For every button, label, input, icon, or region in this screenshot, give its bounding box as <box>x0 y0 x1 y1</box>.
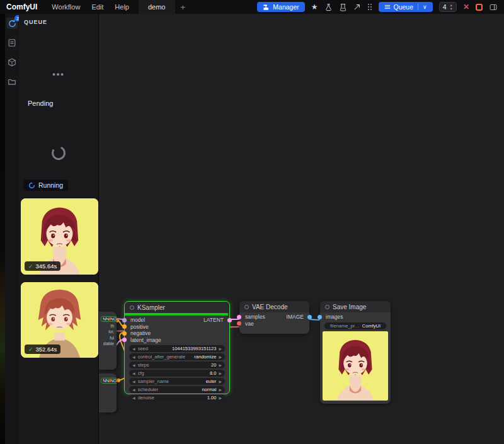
chevron-down-icon[interactable]: ∨ <box>423 4 427 10</box>
vae-input-dot[interactable] <box>237 321 241 326</box>
node-title: Save Image <box>333 304 366 310</box>
decrement-icon[interactable]: ◀ <box>132 363 135 367</box>
slot-row-vae: vae <box>239 321 309 327</box>
increment-icon[interactable]: ▶ <box>219 346 222 351</box>
images-input-dot[interactable] <box>318 315 322 319</box>
topbar-actions: Manager ★ Queue ∨ 4 ▲ ▼ ✕ <box>257 2 504 12</box>
queue-button-label: Queue <box>394 3 414 11</box>
queue-button[interactable]: Queue ∨ <box>379 2 433 12</box>
slot-row-positive: positive <box>125 324 229 331</box>
workflows-icon <box>8 38 16 47</box>
sidebar-item-queue[interactable]: 2 <box>6 18 18 29</box>
puzzle-icon <box>263 4 270 11</box>
increment-icon[interactable]: ▶ <box>219 396 222 400</box>
menu-workflow[interactable]: Workflow <box>46 3 86 11</box>
new-workflow-button[interactable]: + <box>175 3 192 12</box>
image-output-dot[interactable] <box>307 315 312 319</box>
sidebar-item-workflows[interactable] <box>6 37 18 48</box>
step-down-icon[interactable]: ▼ <box>449 7 452 11</box>
widget-sampler-name[interactable]: ◀ sampler_name euler ▶ <box>129 378 225 385</box>
increment-icon[interactable]: ▶ <box>219 363 222 367</box>
increment-icon[interactable]: ▶ <box>219 379 222 384</box>
manager-button[interactable]: Manager <box>257 2 304 12</box>
workflow-tab-demo[interactable]: demo <box>139 0 175 14</box>
positive-input-dot[interactable] <box>122 324 127 329</box>
node-vae-decode[interactable]: VAE Decode samples IMAGE vae <box>239 301 309 334</box>
loading-spinner-icon <box>50 145 67 161</box>
node-header[interactable]: Save Image <box>320 301 391 312</box>
share-icon[interactable] <box>353 3 361 11</box>
node-header[interactable]: VAE Decode <box>239 301 309 312</box>
widget-control-after-generate[interactable]: ◀ control_after_generate randomize ▶ <box>129 353 225 360</box>
slot-row-latent-image: latent_image <box>125 337 229 344</box>
node-save-image[interactable]: Save Image images filename_prefix ComfyU… <box>320 301 391 404</box>
flask-icon[interactable] <box>324 3 333 11</box>
widget-seed[interactable]: ◀ seed 10441533993151123 ▶ <box>129 345 225 352</box>
decrement-icon[interactable]: ◀ <box>132 396 135 400</box>
decrement-icon[interactable]: ◀ <box>132 355 135 359</box>
node-header[interactable]: KSampler <box>125 302 229 313</box>
beaker-icon[interactable] <box>339 3 347 11</box>
menu-edit[interactable]: Edit <box>86 3 109 11</box>
manager-label: Manager <box>273 3 299 11</box>
sidebar-item-files[interactable] <box>6 76 18 88</box>
widget-filename-prefix[interactable]: filename_prefix ComfyUI <box>324 322 386 329</box>
partial-node-clip-encode[interactable]: NNING th lor, ful stable <box>99 312 117 370</box>
sidebar-iconbar: 2 <box>5 14 19 444</box>
increment-icon[interactable]: ▶ <box>219 355 222 359</box>
samples-input-dot[interactable] <box>237 315 241 319</box>
execution-time-value: 345.64s <box>36 263 57 270</box>
sidebar-item-models[interactable] <box>6 57 18 68</box>
stop-icon[interactable] <box>476 4 483 11</box>
node-image-preview[interactable] <box>323 331 388 401</box>
queue-more-menu[interactable]: ••• <box>19 69 98 79</box>
increment-icon[interactable]: ▶ <box>219 387 222 392</box>
queue-panel: QUEUE ••• Pending Running ✓ 345.64s ✓ 35… <box>19 14 99 444</box>
slot-row-samples: samples IMAGE <box>239 314 309 321</box>
input-label: samples <box>245 314 265 320</box>
running-status-label: Running <box>38 181 63 189</box>
decrement-icon[interactable]: ◀ <box>132 379 135 384</box>
collapse-dot-icon[interactable] <box>325 305 329 309</box>
negative-input-dot[interactable] <box>122 331 127 336</box>
widget-steps[interactable]: ◀ steps 20 ▶ <box>129 361 225 368</box>
input-label: positive <box>130 324 149 330</box>
model-input-dot[interactable] <box>122 318 127 322</box>
widget-scheduler[interactable]: ◀ scheduler normal ▶ <box>129 386 225 393</box>
grip-dots-icon[interactable] <box>367 3 372 11</box>
queue-result-thumbnail[interactable]: ✓ 345.64s <box>21 198 98 275</box>
output-label: IMAGE <box>287 314 304 320</box>
decrement-icon[interactable]: ◀ <box>132 346 135 351</box>
toggle-panel-icon[interactable] <box>489 3 498 11</box>
output-label: LATENT <box>203 317 224 323</box>
slot-row-model: model LATENT <box>125 317 229 324</box>
stepper-arrows[interactable]: ▲ ▼ <box>449 3 452 11</box>
batch-count-stepper[interactable]: 4 ▲ ▼ <box>439 2 457 12</box>
latent-image-input-dot[interactable] <box>122 338 127 342</box>
check-icon: ✓ <box>28 263 33 270</box>
queue-result-thumbnail[interactable]: ✓ 352.64s <box>21 282 98 358</box>
menu-help[interactable]: Help <box>109 3 135 11</box>
decrement-icon[interactable]: ◀ <box>132 387 135 392</box>
cancel-run-icon[interactable]: ✕ <box>463 3 469 11</box>
queue-list-icon <box>384 4 391 10</box>
slot-row-negative: negative <box>125 330 229 337</box>
model-box-icon <box>8 58 16 67</box>
widget-denoise[interactable]: ◀ denoise 1.00 ▶ <box>129 394 225 401</box>
decrement-icon[interactable]: ◀ <box>132 371 135 375</box>
star-icon[interactable]: ★ <box>311 3 318 11</box>
execution-time-value: 352.64s <box>36 346 57 353</box>
node-ksampler[interactable]: KSampler model LATENT positive negative <box>124 301 230 394</box>
node-title: KSampler <box>137 304 165 311</box>
collapse-dot-icon[interactable] <box>130 305 134 310</box>
batch-count-value: 4 <box>443 3 447 11</box>
check-icon: ✓ <box>28 346 33 353</box>
graph-canvas[interactable]: NNING th lor, ful stable NNING KSampler … <box>99 14 504 444</box>
partial-node-clip-encode[interactable]: NNING <box>99 373 117 413</box>
increment-icon[interactable]: ▶ <box>219 371 222 375</box>
queue-panel-title: QUEUE <box>24 19 47 25</box>
node-title: VAE Decode <box>252 304 288 310</box>
widget-cfg[interactable]: ◀ cfg 8.0 ▶ <box>129 370 225 377</box>
collapse-dot-icon[interactable] <box>244 305 249 309</box>
latent-output-dot[interactable] <box>227 318 232 322</box>
